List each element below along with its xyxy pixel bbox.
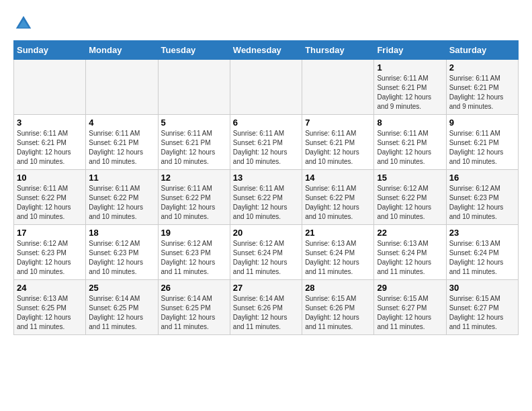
- day-number: 11: [89, 173, 154, 183]
- day-number: 2: [449, 62, 515, 73]
- weekday-header-thursday: Thursday: [302, 41, 374, 60]
- logo-icon: [13, 13, 34, 34]
- calendar-week-row: 10Sunrise: 6:11 AM Sunset: 6:22 PM Dayli…: [14, 170, 519, 225]
- day-info: Sunrise: 6:11 AM Sunset: 6:21 PM Dayligh…: [17, 129, 83, 167]
- weekday-header-tuesday: Tuesday: [158, 41, 230, 60]
- day-number: 1: [377, 62, 443, 73]
- calendar-day-cell: 24Sunrise: 6:13 AM Sunset: 6:25 PM Dayli…: [14, 280, 86, 335]
- day-number: 8: [377, 118, 443, 128]
- calendar-day-cell: 15Sunrise: 6:12 AM Sunset: 6:22 PM Dayli…: [374, 170, 446, 225]
- day-info: Sunrise: 6:11 AM Sunset: 6:22 PM Dayligh…: [305, 184, 371, 222]
- calendar-day-cell: [230, 60, 302, 115]
- calendar-day-cell: 18Sunrise: 6:12 AM Sunset: 6:23 PM Dayli…: [86, 225, 158, 280]
- calendar-day-cell: 6Sunrise: 6:11 AM Sunset: 6:21 PM Daylig…: [230, 115, 302, 170]
- calendar-day-cell: 5Sunrise: 6:11 AM Sunset: 6:21 PM Daylig…: [158, 115, 230, 170]
- calendar-body: 1Sunrise: 6:11 AM Sunset: 6:21 PM Daylig…: [14, 60, 519, 335]
- calendar-day-cell: 10Sunrise: 6:11 AM Sunset: 6:22 PM Dayli…: [14, 170, 86, 225]
- calendar-day-cell: 8Sunrise: 6:11 AM Sunset: 6:21 PM Daylig…: [374, 115, 446, 170]
- calendar-day-cell: 27Sunrise: 6:14 AM Sunset: 6:26 PM Dayli…: [230, 280, 302, 335]
- day-number: 15: [377, 173, 443, 183]
- day-info: Sunrise: 6:11 AM Sunset: 6:21 PM Dayligh…: [449, 129, 515, 167]
- day-info: Sunrise: 6:11 AM Sunset: 6:21 PM Dayligh…: [161, 129, 227, 167]
- day-number: 18: [89, 228, 154, 238]
- day-info: Sunrise: 6:15 AM Sunset: 6:26 PM Dayligh…: [305, 294, 371, 332]
- day-info: Sunrise: 6:14 AM Sunset: 6:25 PM Dayligh…: [161, 294, 227, 332]
- day-info: Sunrise: 6:11 AM Sunset: 6:22 PM Dayligh…: [161, 184, 227, 222]
- day-number: 19: [161, 228, 227, 238]
- calendar-day-cell: [86, 60, 158, 115]
- calendar-day-cell: 9Sunrise: 6:11 AM Sunset: 6:21 PM Daylig…: [446, 115, 518, 170]
- day-info: Sunrise: 6:11 AM Sunset: 6:21 PM Dayligh…: [233, 129, 299, 167]
- weekday-header-row: SundayMondayTuesdayWednesdayThursdayFrid…: [14, 41, 519, 60]
- calendar-table: SundayMondayTuesdayWednesdayThursdayFrid…: [13, 40, 519, 335]
- calendar-day-cell: [302, 60, 374, 115]
- calendar-day-cell: 4Sunrise: 6:11 AM Sunset: 6:21 PM Daylig…: [86, 115, 158, 170]
- day-number: 5: [161, 118, 227, 128]
- day-info: Sunrise: 6:15 AM Sunset: 6:27 PM Dayligh…: [449, 294, 515, 332]
- calendar-day-cell: 20Sunrise: 6:12 AM Sunset: 6:24 PM Dayli…: [230, 225, 302, 280]
- day-number: 24: [17, 283, 83, 293]
- day-number: 20: [233, 228, 299, 238]
- day-number: 28: [305, 283, 371, 293]
- day-number: 12: [161, 173, 227, 183]
- day-info: Sunrise: 6:13 AM Sunset: 6:24 PM Dayligh…: [449, 239, 515, 277]
- calendar-day-cell: 11Sunrise: 6:11 AM Sunset: 6:22 PM Dayli…: [86, 170, 158, 225]
- weekday-header-saturday: Saturday: [446, 41, 518, 60]
- calendar-day-cell: 12Sunrise: 6:11 AM Sunset: 6:22 PM Dayli…: [158, 170, 230, 225]
- day-number: 10: [17, 173, 83, 183]
- day-info: Sunrise: 6:11 AM Sunset: 6:21 PM Dayligh…: [305, 129, 371, 167]
- calendar-day-cell: 29Sunrise: 6:15 AM Sunset: 6:27 PM Dayli…: [374, 280, 446, 335]
- day-info: Sunrise: 6:13 AM Sunset: 6:25 PM Dayligh…: [17, 294, 83, 332]
- day-info: Sunrise: 6:14 AM Sunset: 6:26 PM Dayligh…: [233, 294, 299, 332]
- calendar-day-cell: 1Sunrise: 6:11 AM Sunset: 6:21 PM Daylig…: [374, 60, 446, 115]
- day-number: 30: [449, 283, 515, 293]
- day-number: 17: [17, 228, 83, 238]
- weekday-header-monday: Monday: [86, 41, 158, 60]
- day-number: 3: [17, 118, 83, 128]
- calendar-week-row: 1Sunrise: 6:11 AM Sunset: 6:21 PM Daylig…: [14, 60, 519, 115]
- calendar-week-row: 24Sunrise: 6:13 AM Sunset: 6:25 PM Dayli…: [14, 280, 519, 335]
- day-number: 9: [449, 118, 515, 128]
- calendar-day-cell: 3Sunrise: 6:11 AM Sunset: 6:21 PM Daylig…: [14, 115, 86, 170]
- logo: [13, 13, 36, 34]
- calendar-day-cell: 30Sunrise: 6:15 AM Sunset: 6:27 PM Dayli…: [446, 280, 518, 335]
- day-info: Sunrise: 6:11 AM Sunset: 6:22 PM Dayligh…: [89, 184, 154, 222]
- calendar-day-cell: [14, 60, 86, 115]
- day-info: Sunrise: 6:13 AM Sunset: 6:24 PM Dayligh…: [377, 239, 443, 277]
- day-number: 6: [233, 118, 299, 128]
- calendar-day-cell: 16Sunrise: 6:12 AM Sunset: 6:23 PM Dayli…: [446, 170, 518, 225]
- day-info: Sunrise: 6:11 AM Sunset: 6:21 PM Dayligh…: [377, 129, 443, 167]
- calendar-week-row: 3Sunrise: 6:11 AM Sunset: 6:21 PM Daylig…: [14, 115, 519, 170]
- calendar-day-cell: 26Sunrise: 6:14 AM Sunset: 6:25 PM Dayli…: [158, 280, 230, 335]
- day-number: 16: [449, 173, 515, 183]
- weekday-header-sunday: Sunday: [14, 41, 86, 60]
- day-info: Sunrise: 6:11 AM Sunset: 6:21 PM Dayligh…: [449, 74, 515, 111]
- day-number: 27: [233, 283, 299, 293]
- day-info: Sunrise: 6:11 AM Sunset: 6:22 PM Dayligh…: [17, 184, 83, 222]
- calendar-day-cell: [158, 60, 230, 115]
- weekday-header-wednesday: Wednesday: [230, 41, 302, 60]
- calendar-day-cell: 23Sunrise: 6:13 AM Sunset: 6:24 PM Dayli…: [446, 225, 518, 280]
- day-number: 7: [305, 118, 371, 128]
- day-number: 22: [377, 228, 443, 238]
- day-number: 26: [161, 283, 227, 293]
- calendar-day-cell: 14Sunrise: 6:11 AM Sunset: 6:22 PM Dayli…: [302, 170, 374, 225]
- weekday-header-friday: Friday: [374, 41, 446, 60]
- day-info: Sunrise: 6:12 AM Sunset: 6:23 PM Dayligh…: [89, 239, 154, 277]
- day-number: 29: [377, 283, 443, 293]
- day-info: Sunrise: 6:11 AM Sunset: 6:21 PM Dayligh…: [89, 129, 154, 167]
- day-info: Sunrise: 6:12 AM Sunset: 6:22 PM Dayligh…: [377, 184, 443, 222]
- day-number: 14: [305, 173, 371, 183]
- day-info: Sunrise: 6:11 AM Sunset: 6:21 PM Dayligh…: [377, 74, 443, 111]
- day-info: Sunrise: 6:12 AM Sunset: 6:24 PM Dayligh…: [233, 239, 299, 277]
- day-number: 4: [89, 118, 154, 128]
- day-number: 21: [305, 228, 371, 238]
- day-info: Sunrise: 6:15 AM Sunset: 6:27 PM Dayligh…: [377, 294, 443, 332]
- day-number: 23: [449, 228, 515, 238]
- day-number: 25: [89, 283, 154, 293]
- calendar-day-cell: 25Sunrise: 6:14 AM Sunset: 6:25 PM Dayli…: [86, 280, 158, 335]
- calendar-day-cell: 21Sunrise: 6:13 AM Sunset: 6:24 PM Dayli…: [302, 225, 374, 280]
- day-info: Sunrise: 6:12 AM Sunset: 6:23 PM Dayligh…: [161, 239, 227, 277]
- day-info: Sunrise: 6:14 AM Sunset: 6:25 PM Dayligh…: [89, 294, 154, 332]
- calendar-day-cell: 7Sunrise: 6:11 AM Sunset: 6:21 PM Daylig…: [302, 115, 374, 170]
